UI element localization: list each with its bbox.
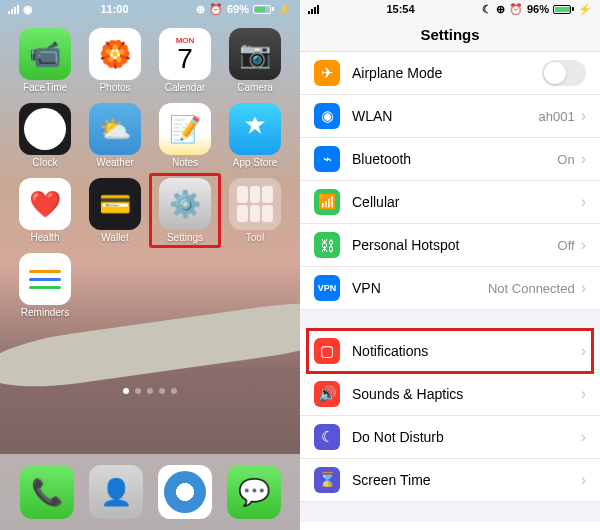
- status-time: 11:00: [33, 3, 196, 15]
- wallet-icon: 💳: [89, 178, 141, 230]
- app-notes[interactable]: 📝Notes: [154, 103, 216, 168]
- notes-icon: 📝: [159, 103, 211, 155]
- app-settings[interactable]: ⚙️Settings: [149, 173, 221, 248]
- page-indicator[interactable]: [0, 388, 300, 394]
- battery-percent: 69%: [227, 3, 249, 15]
- chevron-right-icon: ›: [581, 107, 586, 125]
- airplane-toggle[interactable]: [542, 60, 586, 86]
- battery-icon: [553, 5, 574, 14]
- bluetooth-icon: ⌁: [314, 146, 340, 172]
- chevron-right-icon: ›: [581, 385, 586, 403]
- settings-screen: 15:54 ☾⊕⏰96%⚡ Settings ✈Airplane Mode ◉W…: [300, 0, 600, 530]
- chevron-right-icon: ›: [581, 236, 586, 254]
- chevron-right-icon: ›: [581, 279, 586, 297]
- dnd-icon: ☾: [314, 424, 340, 450]
- status-bar: ◉ 11:00 ⊕⏰69%⚡: [0, 0, 300, 18]
- chevron-right-icon: ›: [581, 342, 586, 360]
- row-notifications[interactable]: ▢Notifications›: [300, 330, 600, 373]
- settings-icon: ⚙️: [159, 178, 211, 230]
- row-general[interactable]: ⚙General›: [300, 522, 600, 530]
- dock: 📞 👤 💬: [0, 454, 300, 530]
- app-wallet[interactable]: 💳Wallet: [84, 178, 146, 243]
- charging-icon: ⚡: [578, 3, 592, 16]
- calendar-icon: MON7: [159, 28, 211, 80]
- vpn-icon: VPN: [314, 275, 340, 301]
- app-camera[interactable]: 📷Camera: [224, 28, 286, 93]
- signal-icon: [8, 5, 19, 14]
- app-photos[interactable]: 🏵️Photos: [84, 28, 146, 93]
- hotspot-icon: ⛓: [314, 232, 340, 258]
- alarm-icon: ⏰: [209, 3, 223, 16]
- wifi-icon: ◉: [23, 3, 33, 16]
- wifi-icon: ◉: [314, 103, 340, 129]
- screentime-icon: ⌛: [314, 467, 340, 493]
- chevron-right-icon: ›: [581, 150, 586, 168]
- notifications-icon: ▢: [314, 338, 340, 364]
- chevron-right-icon: ›: [581, 428, 586, 446]
- signal-icon: [308, 5, 319, 14]
- airplane-icon: ✈: [314, 60, 340, 86]
- facetime-icon: 📹: [19, 28, 71, 80]
- battery-percent: 96%: [527, 3, 549, 15]
- chevron-right-icon: ›: [581, 471, 586, 489]
- alarm-icon: ⏰: [509, 3, 523, 16]
- app-calendar[interactable]: MON7Calendar: [154, 28, 216, 93]
- status-time: 15:54: [319, 3, 482, 15]
- cellular-icon: 📶: [314, 189, 340, 215]
- photos-icon: 🏵️: [89, 28, 141, 80]
- sounds-icon: 🔊: [314, 381, 340, 407]
- page-title: Settings: [300, 18, 600, 52]
- health-icon: ❤️: [19, 178, 71, 230]
- status-bar: 15:54 ☾⊕⏰96%⚡: [300, 0, 600, 18]
- dock-contacts[interactable]: 👤: [89, 465, 143, 519]
- home-screen: ◉ 11:00 ⊕⏰69%⚡ 📹FaceTime 🏵️Photos MON7Ca…: [0, 0, 300, 530]
- row-sounds[interactable]: 🔊Sounds & Haptics›: [300, 373, 600, 416]
- row-cellular[interactable]: 📶Cellular›: [300, 181, 600, 224]
- row-vpn[interactable]: VPNVPNNot Connected›: [300, 267, 600, 310]
- row-hotspot[interactable]: ⛓Personal HotspotOff›: [300, 224, 600, 267]
- app-health[interactable]: ❤️Health: [14, 178, 76, 243]
- app-folder-tool[interactable]: Tool: [224, 178, 286, 243]
- appstore-icon: [229, 103, 281, 155]
- charging-icon: ⚡: [278, 3, 292, 16]
- dock-safari[interactable]: [158, 465, 212, 519]
- dock-phone[interactable]: 📞: [20, 465, 74, 519]
- rotation-lock-icon: ⊕: [196, 3, 205, 16]
- camera-icon: 📷: [229, 28, 281, 80]
- chevron-right-icon: ›: [581, 193, 586, 211]
- row-airplane-mode[interactable]: ✈Airplane Mode: [300, 52, 600, 95]
- battery-icon: [253, 5, 274, 14]
- app-appstore[interactable]: App Store: [224, 103, 286, 168]
- dnd-icon: ☾: [482, 3, 492, 16]
- app-clock[interactable]: Clock: [14, 103, 76, 168]
- settings-list: ✈Airplane Mode ◉WLANah001› ⌁BluetoothOn›…: [300, 52, 600, 310]
- row-bluetooth[interactable]: ⌁BluetoothOn›: [300, 138, 600, 181]
- row-dnd[interactable]: ☾Do Not Disturb›: [300, 416, 600, 459]
- reminders-icon: [19, 253, 71, 305]
- app-reminders[interactable]: Reminders: [14, 253, 76, 318]
- app-weather[interactable]: ⛅Weather: [84, 103, 146, 168]
- clock-icon: [19, 103, 71, 155]
- rotation-lock-icon: ⊕: [496, 3, 505, 16]
- app-grid: 📹FaceTime 🏵️Photos MON7Calendar 📷Camera …: [0, 18, 300, 328]
- row-screentime[interactable]: ⌛Screen Time›: [300, 459, 600, 502]
- row-wlan[interactable]: ◉WLANah001›: [300, 95, 600, 138]
- app-facetime[interactable]: 📹FaceTime: [14, 28, 76, 93]
- weather-icon: ⛅: [89, 103, 141, 155]
- dock-messages[interactable]: 💬: [227, 465, 281, 519]
- folder-icon: [229, 178, 281, 230]
